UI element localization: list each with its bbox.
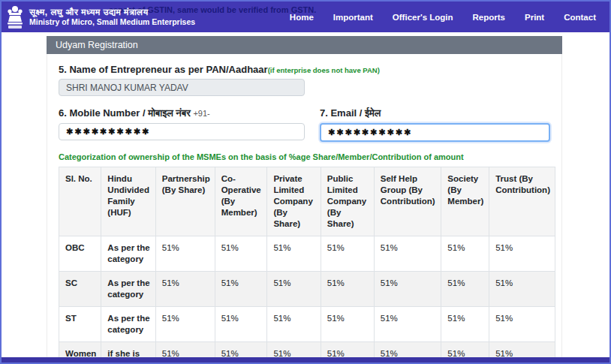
table-header-cell: Society (By Member) (441, 167, 489, 236)
table-row: STAs per the category51%51%51%51%51%51%5… (59, 307, 555, 342)
name-field-hint: (if enterprise does not have PAN) (268, 66, 380, 74)
table-header-cell: Partnership (By Share) (155, 167, 215, 236)
top-header: espect of GSTIN, same would be verified … (2, 2, 609, 32)
table-cell: 51% (374, 307, 441, 342)
ministry-title-english: Ministry of Micro, Small Medium Enterpri… (29, 17, 195, 27)
table-cell: 51% (489, 307, 555, 342)
table-cell: ST (59, 307, 101, 342)
table-row: SCAs per the category51%51%51%51%51%51%5… (59, 272, 555, 307)
nav-item-officer-s-login[interactable]: Officer's Login (393, 13, 453, 22)
categorization-heading: Categorization of ownership of the MSMEs… (59, 152, 550, 161)
table-cell: 51% (321, 236, 374, 272)
email-field-label: 7. Email / ईमेल (320, 107, 550, 119)
table-cell: 51% (267, 236, 321, 272)
table-cell: 51% (215, 272, 267, 307)
table-cell: As per the category (101, 272, 155, 307)
ministry-title-hindi: सूक्ष्म, लघु और मध्यम उद्यम मंत्रालय (29, 7, 195, 17)
ministry-title-block: सूक्ष्म, लघु और मध्यम उद्यम मंत्रालय Min… (29, 7, 195, 27)
table-cell: 51% (155, 236, 215, 272)
table-cell: As per the category (101, 307, 155, 342)
nav-item-contact[interactable]: Contact (564, 13, 596, 22)
footer-bar (2, 357, 609, 362)
table-cell: 51% (267, 307, 321, 342)
nav-item-important[interactable]: Important (333, 13, 373, 22)
table-header-cell: Self Help Group (By Contribution) (374, 167, 441, 236)
table-cell: 51% (441, 236, 489, 272)
table-row: OBCAs per the category51%51%51%51%51%51%… (59, 236, 555, 272)
name-field-label: 5. Name of Entrepreneur as per PAN/Aadha… (59, 64, 550, 75)
email-input[interactable] (320, 123, 550, 142)
table-header-cell: Sl. No. (59, 167, 101, 236)
nav-item-home[interactable]: Home (290, 13, 314, 22)
table-cell: 51% (489, 236, 555, 272)
table-cell: OBC (59, 236, 101, 272)
national-emblem-icon (6, 5, 24, 30)
table-cell: 51% (321, 307, 374, 342)
table-header-row: Sl. No.Hindu Undivided Family (HUF)Partn… (59, 167, 555, 236)
table-cell: 51% (215, 236, 267, 272)
table-cell: 51% (374, 272, 441, 307)
table-cell: 51% (441, 307, 489, 342)
table-header-cell: Trust (By Contribution) (489, 167, 555, 236)
mobile-field-group: 6. Mobile Number / मोबाइल नंबर +91- (59, 107, 320, 142)
categorization-table-head: Sl. No.Hindu Undivided Family (HUF)Partn… (59, 167, 555, 236)
table-cell: 51% (267, 272, 321, 307)
entrepreneur-name-input[interactable] (59, 79, 305, 96)
main-container: Udyam Registration 5. Name of Entreprene… (47, 36, 562, 364)
page-title: Udyam Registration (47, 36, 562, 54)
table-cell: 51% (215, 307, 267, 342)
nav-item-reports[interactable]: Reports (473, 13, 505, 22)
header-nav: HomeImportantOfficer's LoginReportsPrint… (290, 13, 602, 22)
nav-item-print[interactable]: Print (525, 13, 544, 22)
table-cell: 51% (155, 272, 215, 307)
table-cell: 51% (489, 272, 555, 307)
table-header-cell: Hindu Undivided Family (HUF) (101, 167, 155, 236)
table-cell: 51% (441, 272, 489, 307)
mobile-prefix: +91- (193, 109, 209, 118)
registration-form-card: 5. Name of Entrepreneur as per PAN/Aadha… (47, 54, 562, 364)
contact-fields-row: 6. Mobile Number / मोबाइल नंबर +91- 7. E… (59, 107, 550, 142)
categorization-table: Sl. No.Hindu Undivided Family (HUF)Partn… (59, 167, 555, 364)
table-cell: 51% (321, 272, 374, 307)
ministry-brand[interactable]: सूक्ष्म, लघु और मध्यम उद्यम मंत्रालय Min… (6, 5, 195, 30)
table-cell: As per the category (101, 236, 155, 272)
udyam-registration-page: { "header": { "marquee": "espect of GSTI… (0, 0, 611, 364)
mobile-field-label: 6. Mobile Number / मोबाइल नंबर +91- (59, 107, 320, 119)
table-header-cell: Private Limited Company (By Share) (267, 167, 321, 236)
table-cell: 51% (155, 307, 215, 342)
table-header-cell: Co-Operative (By Member) (215, 167, 267, 236)
table-cell: 51% (374, 236, 441, 272)
categorization-table-body: OBCAs per the category51%51%51%51%51%51%… (59, 236, 555, 364)
mobile-number-input[interactable] (59, 123, 305, 140)
email-field-group: 7. Email / ईमेल (320, 107, 550, 142)
table-cell: SC (59, 272, 101, 307)
table-header-cell: Public Limited Company (By Share) (321, 167, 374, 236)
